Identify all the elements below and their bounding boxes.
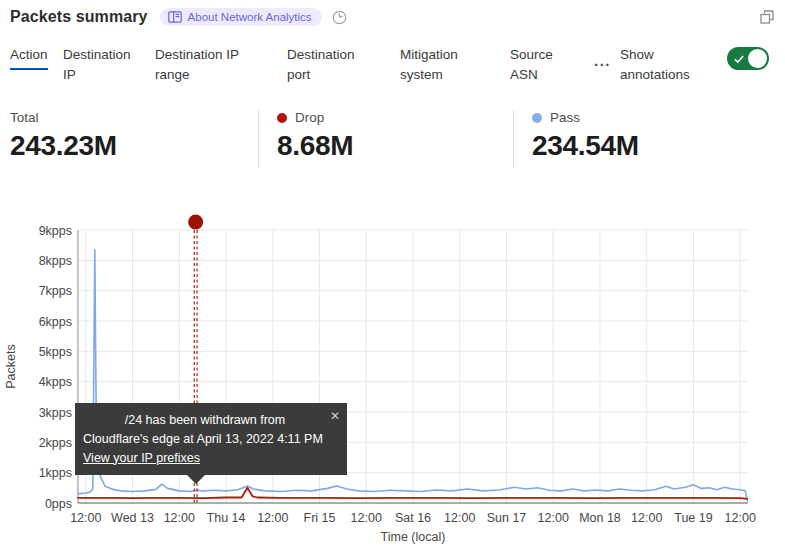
tab-mitigation-system[interactable]: Mitigation system <box>400 45 472 85</box>
drop-dot-icon <box>277 113 287 123</box>
stat-total-label: Total <box>10 110 39 125</box>
popout-icon[interactable] <box>759 9 775 25</box>
y-tick-label: 2kpps <box>39 436 72 450</box>
y-tick-label: 5kpps <box>39 345 72 359</box>
x-tick-label: 12:00 <box>70 511 101 525</box>
stat-total: Total 243.23M <box>10 110 117 162</box>
annotation-tooltip: ✕ /24 has been withdrawn from Cloudflare… <box>75 403 347 475</box>
x-tick-label: Mon 18 <box>579 511 621 525</box>
tab-destination-port[interactable]: Destination port <box>287 45 367 85</box>
tooltip-line2: Cloudflare's edge at April 13, 2022 4:11… <box>83 430 335 449</box>
close-icon[interactable]: ✕ <box>330 407 340 425</box>
tab-destination-ip[interactable]: Destination IP <box>63 45 139 85</box>
y-tick-label: 6kpps <box>39 315 72 329</box>
x-tick-label: 12:00 <box>257 511 288 525</box>
divider <box>258 110 259 168</box>
page-title: Packets summary <box>10 8 148 26</box>
x-tick-label: Fri 15 <box>304 511 336 525</box>
y-tick-label: 1kpps <box>39 466 72 480</box>
x-tick-label: 12:00 <box>444 511 475 525</box>
tooltip-caret <box>187 475 205 484</box>
tab-source-asn[interactable]: Source ASN <box>510 45 566 85</box>
y-tick-label: 9kpps <box>39 224 72 238</box>
stat-pass-value: 234.54M <box>532 130 639 162</box>
x-tick-label: Sat 16 <box>395 511 431 525</box>
y-tick-label: 0pps <box>45 497 72 511</box>
stat-pass: Pass 234.54M <box>532 110 639 162</box>
show-annotations-toggle[interactable] <box>727 47 769 70</box>
y-tick-label: 8kpps <box>39 254 72 268</box>
view-ip-prefixes-link[interactable]: View your IP prefixes <box>83 449 200 468</box>
x-tick-label: Sun 17 <box>487 511 527 525</box>
pass-dot-icon <box>532 113 542 123</box>
x-tick-label: Tue 19 <box>674 511 713 525</box>
stat-pass-label: Pass <box>550 110 580 125</box>
x-tick-label: 12:00 <box>538 511 569 525</box>
stat-drop-label: Drop <box>295 110 324 125</box>
badge-label: About Network Analytics <box>188 11 312 23</box>
packets-summary-card: Packets summary About Network Analytics <box>0 0 785 555</box>
x-tick-label: 12:00 <box>631 511 662 525</box>
book-icon <box>168 11 182 23</box>
x-tick-label: 12:00 <box>164 511 195 525</box>
x-tick-label: 12:00 <box>351 511 382 525</box>
tab-action[interactable]: Action <box>10 45 48 70</box>
about-network-analytics-badge[interactable]: About Network Analytics <box>160 8 322 26</box>
y-tick-label: 7kpps <box>39 284 72 298</box>
header: Packets summary About Network Analytics <box>10 8 775 26</box>
stat-drop: Drop 8.68M <box>277 110 353 162</box>
x-tick-label: 12:00 <box>725 511 756 525</box>
tab-destination-ip-range[interactable]: Destination IP range <box>155 45 251 85</box>
annotation-marker[interactable] <box>188 215 203 230</box>
time-period-icon[interactable] <box>332 10 347 25</box>
toggle-knob <box>748 49 767 68</box>
more-tabs-button[interactable]: ... <box>594 52 611 69</box>
tooltip-line1: /24 has been withdrawn from <box>83 411 335 430</box>
x-tick-label: Wed 13 <box>111 511 154 525</box>
x-axis-title: Time (local) <box>381 530 446 544</box>
y-tick-label: 3kpps <box>39 406 72 420</box>
divider <box>513 110 514 168</box>
stat-drop-value: 8.68M <box>277 130 353 162</box>
packets-time-series-chart[interactable]: 9kpps8kpps7kpps6kpps5kpps4kpps3kpps2kpps… <box>0 205 785 555</box>
stat-total-value: 243.23M <box>10 130 117 162</box>
show-annotations-label: Show annotations <box>620 45 712 85</box>
y-axis-title: Packets <box>4 344 18 388</box>
x-tick-label: Thu 14 <box>207 511 246 525</box>
check-icon <box>733 53 745 65</box>
y-tick-label: 4kpps <box>39 375 72 389</box>
